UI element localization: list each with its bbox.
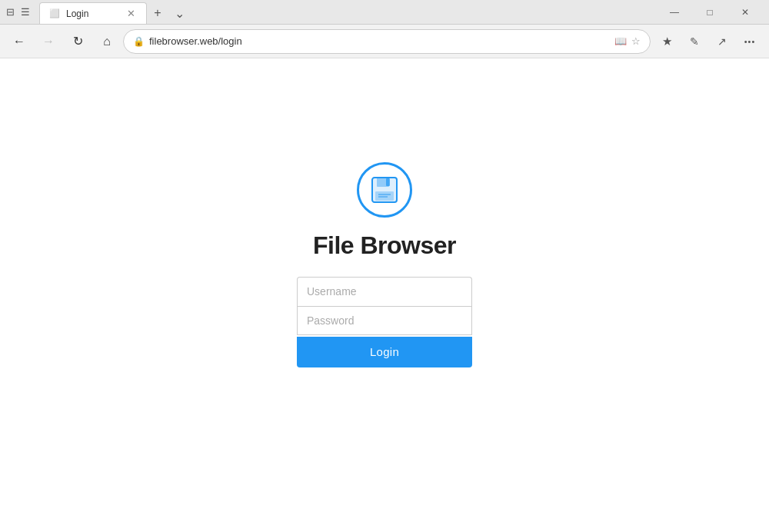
minimize-button[interactable]: —: [657, 0, 692, 25]
window-controls-left: ⊟ ☰: [6, 6, 33, 18]
share-button[interactable]: ↗: [709, 28, 735, 55]
close-button[interactable]: ✕: [727, 0, 763, 25]
reading-view-button[interactable]: 📖: [614, 35, 627, 47]
tab-bar: ⬜ Login ✕ + ⌄: [39, 0, 657, 24]
collections-icon: ✎: [690, 35, 699, 48]
refresh-button[interactable]: ↻: [65, 28, 91, 55]
more-button[interactable]: •••: [737, 28, 763, 55]
app-title: File Browser: [313, 231, 456, 260]
forward-icon: →: [42, 35, 55, 48]
forward-button[interactable]: →: [35, 28, 62, 55]
title-bar-right: — □ ✕: [657, 0, 763, 25]
lock-icon: 🔒: [133, 36, 145, 47]
login-container: File Browser Login: [297, 162, 472, 367]
tab-page-icon: ⬜: [49, 8, 60, 18]
tab-title: Login: [66, 8, 88, 19]
favorites-icon: ★: [662, 35, 672, 48]
tab-close-button[interactable]: ✕: [125, 8, 137, 19]
share-icon: ↗: [717, 35, 727, 48]
maximize-button[interactable]: □: [692, 0, 727, 25]
password-input[interactable]: [297, 306, 472, 335]
title-bar: ⊟ ☰ ⬜ Login ✕ + ⌄ — □ ✕: [0, 0, 769, 25]
home-button[interactable]: ⌂: [94, 28, 120, 55]
nav-right-buttons: ★ ✎ ↗ •••: [654, 28, 763, 55]
bookmark-button[interactable]: ☆: [631, 35, 641, 47]
nav-bar: ← → ↻ ⌂ 🔒 📖 ☆ ★ ✎ ↗: [0, 25, 769, 58]
back-button[interactable]: ←: [6, 28, 32, 55]
browser-window: ⊟ ☰ ⬜ Login ✕ + ⌄ — □ ✕ ←: [0, 0, 769, 532]
app-logo: [357, 162, 412, 218]
back-icon: ←: [13, 35, 25, 48]
home-icon: ⌂: [103, 35, 111, 48]
more-icon: •••: [744, 37, 756, 46]
login-form: Login: [297, 277, 472, 367]
favorites-button[interactable]: ★: [654, 28, 680, 55]
collections-button[interactable]: ✎: [681, 28, 707, 55]
svg-rect-4: [375, 191, 394, 201]
active-tab[interactable]: ⬜ Login ✕: [39, 2, 147, 24]
new-tab-button[interactable]: +: [147, 2, 168, 24]
address-bar-icons: 📖 ☆: [614, 35, 641, 47]
url-input[interactable]: [149, 35, 610, 47]
page-content: File Browser Login: [0, 58, 769, 532]
svg-rect-3: [386, 178, 390, 186]
floppy-disk-icon: [369, 175, 400, 205]
username-input[interactable]: [297, 277, 472, 306]
refresh-icon: ↻: [73, 34, 83, 48]
login-button[interactable]: Login: [297, 337, 472, 367]
tab-list-button[interactable]: ⌄: [168, 2, 190, 24]
address-bar: 🔒 📖 ☆: [123, 29, 651, 54]
